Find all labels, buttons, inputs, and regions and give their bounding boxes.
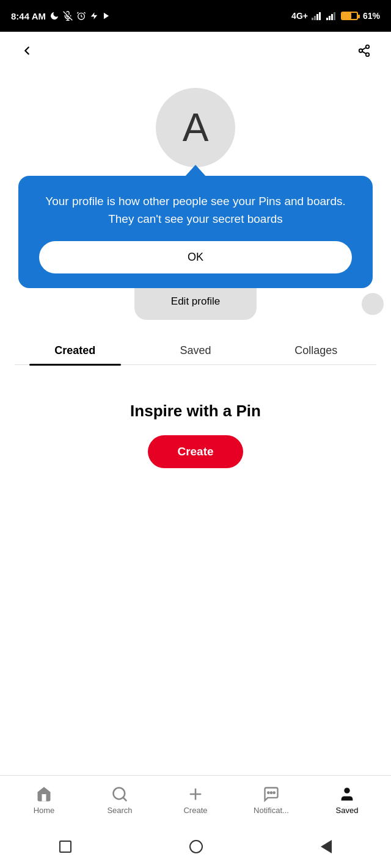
nav-home-label: Home	[34, 806, 55, 815]
edit-profile-area: Edit profile	[134, 283, 257, 320]
svg-marker-4	[91, 12, 98, 20]
android-square-button[interactable]	[59, 841, 71, 853]
svg-line-20	[123, 797, 126, 800]
network-label: 4G+	[291, 11, 308, 21]
nav-saved-label: Saved	[336, 806, 359, 815]
svg-point-24	[271, 792, 272, 793]
svg-rect-9	[319, 12, 321, 20]
battery-icon	[341, 12, 358, 20]
nav-create-label: Create	[183, 806, 207, 815]
alarm-icon	[76, 11, 86, 21]
android-back-button[interactable]	[321, 840, 332, 853]
search-icon	[111, 786, 128, 803]
time-display: 8:44 AM	[11, 11, 46, 21]
top-nav	[0, 32, 391, 70]
svg-rect-7	[314, 16, 316, 20]
svg-marker-5	[104, 13, 109, 20]
play-icon	[102, 12, 111, 20]
tab-created[interactable]: Created	[15, 344, 135, 364]
avatar-letter: A	[183, 105, 209, 150]
bottom-nav: Home Search Create Notificat... Sa	[0, 775, 391, 824]
android-square-icon	[59, 841, 71, 853]
create-pin-button[interactable]: Create	[148, 435, 243, 468]
tooltip-popup: Your profile is how other people see you…	[18, 176, 373, 288]
svg-line-18	[362, 48, 366, 50]
status-bar: 8:44 AM 4G+ 61%	[0, 0, 391, 32]
floating-circle	[362, 293, 384, 315]
svg-rect-10	[326, 18, 328, 20]
nav-search[interactable]: Search	[82, 786, 158, 815]
edit-profile-button[interactable]: Edit profile	[161, 291, 230, 313]
android-circle-icon	[189, 840, 203, 853]
person-icon	[338, 786, 356, 803]
nav-notifications-label: Notificat...	[254, 806, 289, 815]
svg-rect-11	[329, 16, 331, 20]
back-button[interactable]	[13, 37, 40, 64]
tabs-section: Created Saved Collages	[0, 344, 391, 365]
android-triangle-icon	[321, 840, 332, 853]
tabs-row: Created Saved Collages	[15, 344, 376, 365]
profile-section: A Your profile is how other people see y…	[0, 70, 391, 320]
plus-icon	[187, 786, 204, 803]
tooltip-text: Your profile is how other people see you…	[39, 193, 352, 228]
nav-saved[interactable]: Saved	[309, 786, 385, 815]
android-home-button[interactable]	[189, 840, 203, 853]
home-icon	[35, 786, 53, 803]
svg-rect-12	[331, 14, 333, 20]
android-nav	[0, 825, 391, 868]
svg-rect-13	[334, 12, 335, 20]
svg-rect-6	[312, 18, 313, 20]
inspire-title: Inspire with a Pin	[130, 402, 261, 421]
tab-saved[interactable]: Saved	[135, 344, 255, 364]
svg-line-17	[362, 51, 366, 54]
moon-icon	[49, 11, 59, 21]
svg-point-25	[274, 792, 275, 793]
status-right: 4G+ 61%	[291, 11, 380, 21]
svg-point-23	[268, 792, 269, 793]
status-left: 8:44 AM	[11, 11, 111, 21]
battery-label: 61%	[363, 11, 380, 21]
main-content: Inspire with a Pin Create	[0, 365, 391, 579]
nav-create[interactable]: Create	[158, 786, 233, 815]
signal-icon	[312, 12, 323, 20]
chat-icon	[263, 786, 280, 803]
mute-icon	[63, 11, 73, 21]
nav-home[interactable]: Home	[6, 786, 82, 815]
share-button[interactable]	[351, 37, 378, 64]
bolt-icon	[90, 11, 98, 21]
nav-search-label: Search	[107, 806, 132, 815]
signal2-icon	[326, 12, 337, 20]
avatar: A	[156, 88, 235, 167]
nav-notifications[interactable]: Notificat...	[233, 786, 309, 815]
ok-button[interactable]: OK	[39, 241, 352, 273]
svg-rect-8	[316, 14, 318, 20]
tab-collages[interactable]: Collages	[256, 344, 376, 364]
svg-point-26	[344, 787, 349, 793]
